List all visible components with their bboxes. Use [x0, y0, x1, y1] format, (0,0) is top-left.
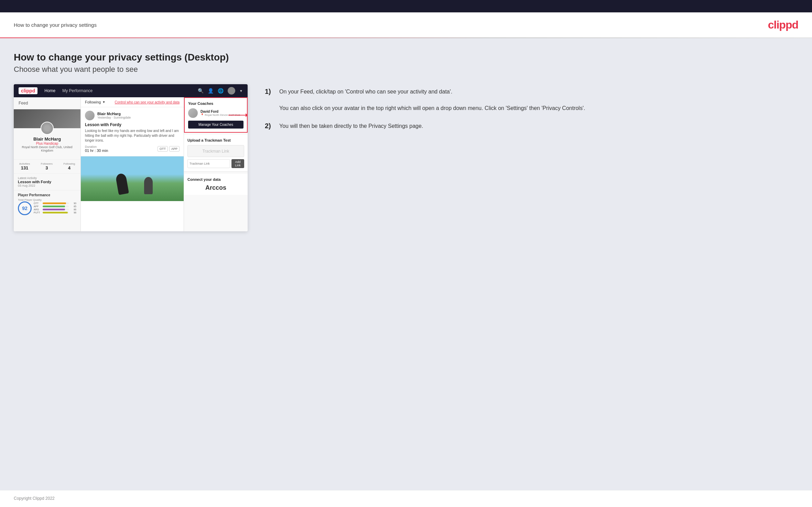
main-content: How to change your privacy settings (Des… [0, 38, 812, 490]
app-nav-icons: 🔍 👤 🌐 ▼ [198, 87, 243, 95]
coaches-wrapper: Your Coaches David Ford 📍 Royal North De… [184, 97, 248, 133]
trackman-input-row: Add Link [187, 159, 244, 168]
app-screenshot: clippd Home My Performance 🔍 👤 🌐 ▼ Feed [14, 84, 248, 231]
clippd-logo: clippd [768, 19, 798, 31]
app-sidebar: Feed Blair McHarg Plus Handicap Royal No… [14, 97, 81, 231]
bar-arg: ARG 86 [34, 208, 76, 211]
user-avatar[interactable] [228, 87, 235, 95]
page-subheading: Choose what you want people to see [14, 65, 798, 74]
feed-tab[interactable]: Feed [14, 97, 80, 109]
top-bar [0, 0, 812, 12]
chevron-down-icon[interactable]: ▼ [239, 89, 243, 93]
trackman-input[interactable] [187, 159, 230, 168]
bar-ott: OTT 90 [34, 202, 76, 205]
person-icon[interactable]: 👤 [208, 88, 214, 93]
trackman-section: Upload a Trackman Test Trackman Link Add… [184, 135, 248, 172]
tag-ott: OTT [158, 146, 168, 152]
profile-club: Royal North Devon Golf Club, United King… [17, 145, 77, 152]
coach-avatar [188, 108, 198, 118]
profile-name: Blair McHarg [17, 136, 77, 142]
page-heading: How to change your privacy settings (Des… [14, 52, 798, 63]
golf-image [81, 156, 184, 201]
stat-followers: Followers 3 [41, 162, 53, 170]
activity-user: Blair McHarg Yesterday · Sunningdale [85, 111, 180, 120]
stats-row: Activities 131 Followers 3 Following 4 [14, 159, 80, 174]
bar-app: APP 85 [34, 205, 76, 208]
instruction-num-2: 2) [265, 122, 275, 130]
stat-activities: Activities 131 [19, 162, 30, 170]
header: How to change your privacy settings clip… [0, 12, 812, 37]
following-button[interactable]: Following ▼ [85, 100, 105, 104]
profile-banner [14, 109, 80, 128]
profile-avatar [41, 122, 54, 135]
control-privacy-link[interactable]: Control who can see your activity and da… [115, 100, 180, 104]
golfer-figure-2 [144, 177, 153, 194]
instruction-2: 2) You will then be taken directly to th… [265, 122, 798, 130]
connect-section: Connect your data Arccos [184, 174, 248, 195]
app-nav-performance[interactable]: My Performance [62, 88, 93, 93]
content-layout: clippd Home My Performance 🔍 👤 🌐 ▼ Feed [14, 84, 798, 231]
footer: Copyright Clippd 2022 [0, 490, 812, 506]
instruction-text-1: On your Feed, click/tap on 'Control who … [279, 88, 585, 112]
app-nav-home[interactable]: Home [44, 88, 55, 93]
app-feed: Following ▼ Control who can see your act… [81, 97, 184, 231]
app-right-panel: Your Coaches David Ford 📍 Royal North De… [184, 97, 248, 231]
copyright-text: Copyright Clippd 2022 [14, 496, 55, 501]
search-icon[interactable]: 🔍 [198, 88, 204, 93]
feed-header: Following ▼ Control who can see your act… [81, 97, 184, 107]
bar-putt: PUTT 96 [34, 211, 76, 214]
arccos-label: Arccos [187, 184, 244, 191]
activity-tags: OTT APP [158, 146, 180, 152]
tag-app: APP [169, 146, 180, 152]
app-navbar: clippd Home My Performance 🔍 👤 🌐 ▼ [14, 84, 248, 97]
location-icon[interactable]: 🌐 [218, 88, 224, 93]
player-performance: Player Performance Total Player Quality … [14, 190, 80, 218]
manage-coaches-button[interactable]: Manage Your Coaches [188, 121, 243, 129]
stat-following: Following 4 [63, 162, 75, 170]
activity-avatar [85, 111, 95, 120]
instruction-1: 1) On your Feed, click/tap on 'Control w… [265, 88, 798, 112]
instruction-text-2: You will then be taken directly to the P… [279, 122, 423, 130]
quality-bars: OTT 90 APP 85 ARG [34, 202, 76, 214]
add-link-button[interactable]: Add Link [231, 159, 244, 168]
app-logo-badge: clippd [19, 87, 37, 94]
duration-row: Duration 01 hr : 30 min OTT APP [85, 145, 180, 153]
quality-score: 92 [18, 201, 32, 215]
profile-handicap: Plus Handicap [17, 142, 77, 145]
latest-activity: Latest Activity Lesson with Fordy 03 Aug… [14, 174, 80, 190]
coaches-title: Your Coaches [188, 101, 243, 106]
app-body: Feed Blair McHarg Plus Handicap Royal No… [14, 97, 248, 231]
instructions-column: 1) On your Feed, click/tap on 'Control w… [258, 84, 798, 140]
arrow-indicator [228, 113, 248, 117]
activity-item: Blair McHarg Yesterday · Sunningdale Les… [81, 107, 184, 156]
instruction-num-1: 1) [265, 88, 275, 112]
trackman-placeholder: Trackman Link [187, 145, 244, 157]
header-title: How to change your privacy settings [14, 22, 97, 28]
